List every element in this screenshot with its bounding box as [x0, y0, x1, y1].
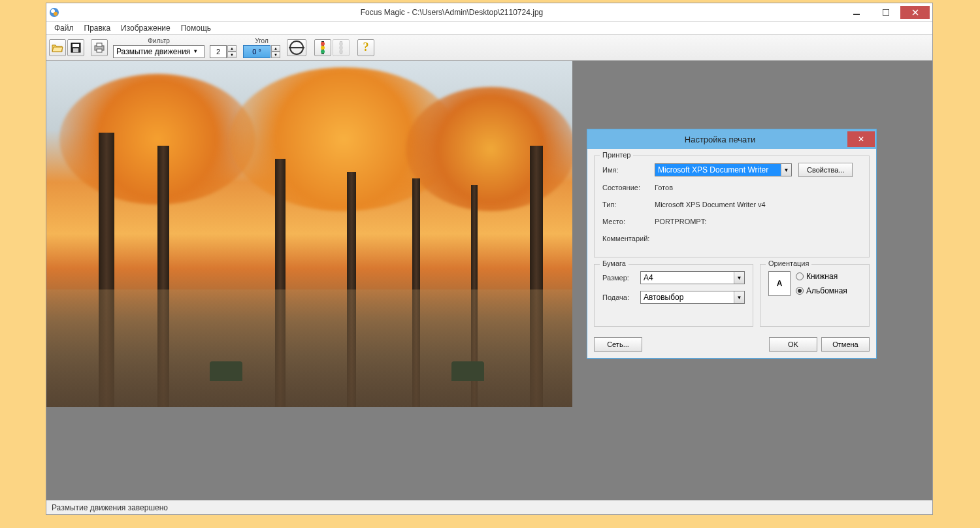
angle-dial-button[interactable] [287, 39, 306, 56]
orientation-fieldset: Ориентация A Книжная Альб [760, 264, 870, 327]
close-icon: ✕ [858, 135, 864, 144]
svg-rect-3 [853, 14, 860, 15]
print-setup-dialog: Настройка печати ✕ Принтер Имя: Microsof… [587, 129, 877, 359]
network-button[interactable]: Сеть... [594, 337, 642, 352]
svg-rect-6 [73, 44, 79, 47]
svg-point-14 [321, 50, 325, 54]
svg-point-16 [339, 42, 343, 46]
statusbar: Размытие движения завершено [46, 500, 932, 514]
paper-fieldset: Бумага Размер: A4 ▼ Подача: Автовыбор ▼ [594, 264, 753, 327]
help-button[interactable]: ? [357, 39, 374, 56]
maximize-button[interactable] [871, 6, 900, 19]
svg-point-18 [339, 50, 343, 54]
printer-type-label: Тип: [602, 201, 655, 208]
chevron-down-icon: ▼ [734, 291, 744, 303]
save-button[interactable] [67, 39, 84, 56]
svg-rect-4 [883, 9, 889, 16]
minimize-button[interactable] [841, 6, 871, 19]
printer-name-select[interactable]: Microsoft XPS Document Writer ▼ [655, 163, 792, 176]
paper-size-select[interactable]: A4 ▼ [640, 271, 745, 284]
menu-image[interactable]: Изображение [116, 22, 176, 34]
printer-legend: Принтер [600, 151, 633, 159]
menu-edit[interactable]: Правка [79, 22, 116, 34]
amount-input[interactable] [210, 45, 227, 58]
process-disabled-button [333, 39, 350, 56]
printer-location-value: PORTPROMPT: [655, 218, 706, 225]
paper-source-value: Автовыбор [641, 293, 734, 302]
orientation-landscape-radio[interactable]: Альбомная [796, 286, 847, 295]
angle-group: Угол 0 ° ▲ ▼ [243, 37, 280, 58]
angle-label: Угол [255, 37, 269, 44]
amount-down-button[interactable]: ▼ [227, 52, 237, 58]
paper-source-select[interactable]: Автовыбор ▼ [640, 291, 745, 304]
paper-size-value: A4 [641, 273, 734, 282]
dialog-close-button[interactable]: ✕ [847, 131, 875, 147]
chevron-down-icon: ▼ [193, 48, 198, 54]
filter-group: Фильтр Размытие движения ▼ [113, 37, 204, 58]
process-button[interactable] [314, 39, 331, 56]
radio-icon [796, 272, 804, 280]
printer-status-label: Состояние: [602, 184, 655, 191]
svg-point-17 [339, 46, 343, 50]
angle-up-button[interactable]: ▲ [271, 45, 280, 52]
orientation-portrait-label: Книжная [806, 272, 838, 281]
chevron-down-icon: ▼ [781, 164, 791, 176]
cancel-button[interactable]: Отмена [821, 337, 870, 352]
svg-rect-9 [97, 43, 102, 46]
menu-file[interactable]: Файл [49, 22, 79, 34]
svg-rect-7 [73, 48, 78, 52]
svg-point-2 [54, 12, 57, 16]
amount-up-button[interactable]: ▲ [227, 45, 237, 52]
svg-rect-10 [97, 49, 102, 52]
printer-fieldset: Принтер Имя: Microsoft XPS Document Writ… [594, 156, 870, 257]
paper-legend: Бумага [600, 259, 629, 267]
orientation-legend: Ориентация [766, 259, 811, 267]
dialog-title: Настройка печати [593, 135, 847, 144]
dialog-titlebar[interactable]: Настройка печати ✕ [587, 129, 876, 149]
paper-size-label: Размер: [602, 274, 640, 282]
close-button[interactable] [900, 6, 930, 19]
printer-type-value: Microsoft XPS Document Writer v4 [655, 201, 766, 208]
filter-dropdown[interactable]: Размытие движения ▼ [113, 45, 204, 58]
printer-comment-label: Комментарий: [602, 235, 655, 242]
printer-location-label: Место: [602, 218, 655, 225]
svg-point-12 [321, 42, 325, 46]
filter-label: Фильтр [148, 37, 170, 44]
status-text: Размытие движения завершено [52, 503, 168, 512]
paper-source-label: Подача: [602, 293, 640, 301]
printer-name-value: Microsoft XPS Document Writer [655, 164, 781, 176]
filter-value: Размытие движения [116, 47, 190, 56]
image-preview[interactable] [46, 61, 572, 407]
orientation-landscape-label: Альбомная [806, 286, 847, 295]
svg-point-13 [321, 46, 325, 50]
orientation-portrait-radio[interactable]: Книжная [796, 272, 847, 281]
orientation-icon: A [768, 271, 791, 296]
menubar: Файл Правка Изображение Помощь [46, 22, 932, 35]
app-icon [49, 7, 59, 18]
open-button[interactable] [49, 39, 66, 56]
angle-down-button[interactable]: ▼ [271, 52, 280, 58]
printer-name-label: Имя: [602, 166, 655, 174]
titlebar: Focus Magic - C:\Users\Admin\Desktop\211… [46, 3, 932, 22]
printer-status-value: Готов [655, 184, 673, 191]
toolbar: Фильтр Размытие движения ▼ ▲ ▼ Угол 0 ° … [46, 35, 932, 61]
radio-icon [796, 287, 804, 295]
properties-button[interactable]: Свойства... [798, 163, 853, 177]
chevron-down-icon: ▼ [734, 272, 744, 284]
angle-display[interactable]: 0 ° [243, 45, 270, 58]
help-icon: ? [363, 41, 369, 54]
window-title: Focus Magic - C:\Users\Admin\Desktop\211… [62, 8, 841, 17]
print-button[interactable] [91, 39, 108, 56]
menu-help[interactable]: Помощь [176, 22, 216, 34]
ok-button[interactable]: OK [769, 337, 817, 352]
